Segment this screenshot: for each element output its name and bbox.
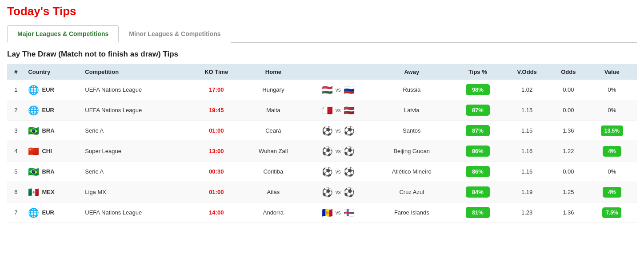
section-title: Lay The Draw (Match not to finish as dra… (7, 50, 637, 59)
col-home: Home (243, 64, 304, 80)
cell-kotime: 13:00 (190, 141, 243, 162)
cell-value: 0% (587, 80, 637, 100)
tab-minor[interactable]: Minor Leagues & Competitions (119, 25, 231, 43)
country-code: MEX (42, 189, 54, 195)
cell-home: Wuhan Zall (243, 141, 304, 162)
cell-country: 🌐 EUR (24, 202, 81, 223)
away-flag-icon: 🇱🇻 (344, 105, 355, 116)
vs-text: vs (336, 87, 341, 93)
home-flag-icon: ⚽ (322, 125, 333, 136)
cell-kotime: 01:00 (190, 121, 243, 141)
value-plain: 0% (608, 86, 616, 93)
cell-tips: 87% (451, 121, 504, 141)
cell-away: Santos (372, 121, 451, 141)
col-away: Away (372, 64, 451, 80)
cell-vodds: 1.15 (504, 121, 550, 141)
cell-odds: 0.00 (550, 162, 587, 182)
table-header-row: # Country Competition KO Time Home Away … (7, 64, 637, 80)
cell-tips: 81% (451, 202, 504, 223)
away-flag-icon: ⚽ (344, 146, 355, 157)
cell-value: 0% (587, 100, 637, 121)
cell-num: 7 (7, 202, 24, 223)
cell-num: 5 (7, 162, 24, 182)
cell-home: Hungary (243, 80, 304, 100)
cell-tips: 86% (451, 162, 504, 182)
home-flag-icon: 🇲🇹 (322, 105, 333, 116)
value-badge: 13.5% (601, 125, 623, 136)
vs-text: vs (336, 210, 341, 216)
country-flag-icon: 🌐 (28, 85, 39, 95)
away-flag-icon: ⚽ (344, 125, 355, 136)
value-plain: 0% (608, 107, 616, 113)
tab-major[interactable]: Major Leagues & Competitions (7, 25, 119, 43)
cell-home: Ceará (243, 121, 304, 141)
cell-competition: UEFA Nations League (81, 80, 190, 100)
cell-away: Faroe Islands (372, 202, 451, 223)
cell-vs: 🇦🇩 vs 🇫🇴 (304, 202, 372, 223)
value-badge: 7.5% (602, 207, 621, 218)
cell-num: 3 (7, 121, 24, 141)
cell-kotime: 14:00 (190, 202, 243, 223)
away-flag-icon: ⚽ (344, 187, 355, 198)
country-flag-icon: 🇧🇷 (28, 166, 39, 177)
country-code: BRA (42, 127, 54, 134)
country-flag-icon: 🇲🇽 (28, 187, 39, 198)
cell-kotime: 00:30 (190, 162, 243, 182)
cell-competition: Serie A (81, 162, 190, 182)
col-odds: Odds (550, 64, 587, 80)
cell-vs: 🇭🇺 vs 🇷🇺 (304, 80, 372, 100)
home-flag-icon: ⚽ (322, 166, 333, 177)
cell-home: Andorra (243, 202, 304, 223)
cell-competition: Serie A (81, 121, 190, 141)
tips-badge: 98% (466, 84, 490, 95)
table-row: 7 🌐 EUR UEFA Nations League 14:00 Andorr… (7, 202, 637, 223)
cell-odds: 1.36 (550, 121, 587, 141)
col-kotime: KO Time (190, 64, 243, 80)
cell-vodds: 1.19 (504, 182, 550, 202)
cell-kotime: 01:00 (190, 182, 243, 202)
table-row: 4 🇨🇳 CHI Super League 13:00 Wuhan Zall ⚽… (7, 141, 637, 162)
tabs-container: Major Leagues & Competitions Minor Leagu… (7, 24, 637, 43)
cell-odds: 0.00 (550, 100, 587, 121)
cell-competition: Super League (81, 141, 190, 162)
vs-text: vs (336, 169, 341, 175)
page-title: Today's Tips (7, 4, 637, 18)
col-country: Country (24, 64, 81, 80)
cell-country: 🌐 EUR (24, 100, 81, 121)
cell-odds: 1.22 (550, 141, 587, 162)
cell-competition: Liga MX (81, 182, 190, 202)
cell-away: Beijing Guoan (372, 141, 451, 162)
vs-text: vs (336, 107, 341, 113)
cell-vodds: 1.15 (504, 100, 550, 121)
tips-table: # Country Competition KO Time Home Away … (7, 64, 637, 223)
cell-vodds: 1.23 (504, 202, 550, 223)
cell-vodds: 1.16 (504, 162, 550, 182)
cell-vodds: 1.16 (504, 141, 550, 162)
value-badge: 4% (603, 187, 621, 198)
away-flag-icon: ⚽ (344, 166, 355, 177)
cell-odds: 1.25 (550, 182, 587, 202)
cell-num: 2 (7, 100, 24, 121)
cell-tips: 86% (451, 141, 504, 162)
cell-vodds: 1.02 (504, 80, 550, 100)
tips-badge: 84% (466, 186, 490, 198)
country-code: BRA (42, 168, 54, 175)
country-code: CHI (42, 148, 52, 154)
cell-value: 13.5% (587, 121, 637, 141)
home-flag-icon: ⚽ (322, 146, 333, 157)
vs-text: vs (336, 189, 341, 195)
value-badge: 4% (603, 146, 621, 157)
cell-country: 🇧🇷 BRA (24, 121, 81, 141)
cell-odds: 0.00 (550, 80, 587, 100)
cell-value: 7.5% (587, 202, 637, 223)
cell-value: 4% (587, 141, 637, 162)
cell-home: Atlas (243, 182, 304, 202)
cell-home: Coritiba (243, 162, 304, 182)
tips-badge: 87% (466, 125, 490, 136)
cell-country: 🇨🇳 CHI (24, 141, 81, 162)
away-flag-icon: 🇫🇴 (344, 207, 355, 218)
table-row: 6 🇲🇽 MEX Liga MX 01:00 Atlas ⚽ vs ⚽ Cruz… (7, 182, 637, 202)
cell-odds: 1.36 (550, 202, 587, 223)
cell-vs: ⚽ vs ⚽ (304, 121, 372, 141)
col-tips: Tips % (451, 64, 504, 80)
